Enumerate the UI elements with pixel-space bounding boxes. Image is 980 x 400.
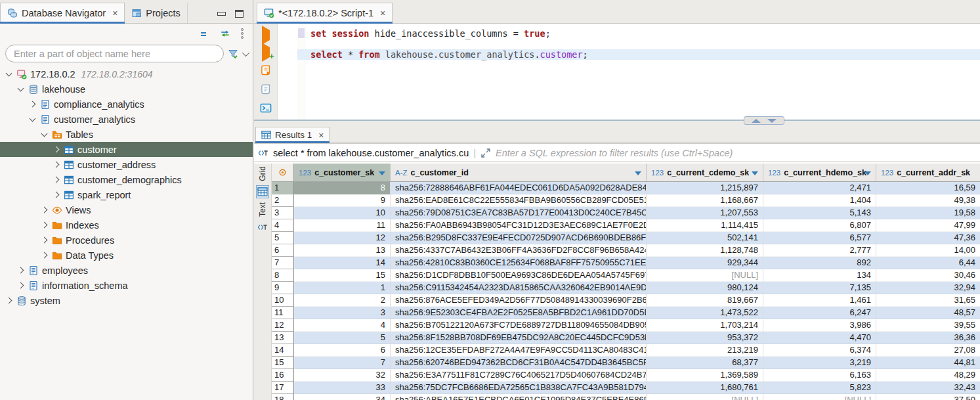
chevron-down-icon[interactable] xyxy=(242,49,249,56)
chevron-collapsed-icon[interactable] xyxy=(53,177,60,183)
cell-c_current_addr_sk[interactable]: 31,65 xyxy=(876,294,980,307)
row-number[interactable]: 2 xyxy=(272,194,294,207)
cell-c_current_cdemo_sk[interactable]: 213,219 xyxy=(647,344,763,357)
row-number[interactable]: 6 xyxy=(272,244,294,257)
close-icon[interactable]: × xyxy=(380,8,385,18)
row-number[interactable]: 5 xyxy=(272,232,294,244)
table-row[interactable]: 146sha256:12CE35EFDABF272A4A47E9FA9CC5D4… xyxy=(272,344,980,357)
grid-mode-icon[interactable] xyxy=(256,185,269,198)
table-row[interactable]: 124sha256:B705122120A673FC7DE6889727DB11… xyxy=(272,319,980,332)
cell-c_current_addr_sk[interactable]: 37,50 xyxy=(876,394,980,400)
row-number[interactable]: 9 xyxy=(272,282,294,294)
cell-c_current_addr_sk[interactable]: 32,94 xyxy=(876,282,980,294)
cell-c_customer_sk[interactable]: 33 xyxy=(294,382,391,394)
cell-c_current_hdemo_sk[interactable]: 1,404 xyxy=(763,194,876,207)
cell-c_current_cdemo_sk[interactable]: 1,168,667 xyxy=(647,194,763,207)
table-row[interactable]: 18sha256:72888646ABF61FA044EDEC061D6DA5A… xyxy=(272,182,980,194)
cell-c_current_addr_sk[interactable]: 6,44 xyxy=(876,257,980,269)
column-header-c_customer_id[interactable]: A-Zc_customer_id xyxy=(391,164,647,181)
row-number[interactable]: 10 xyxy=(272,294,294,307)
table-row[interactable]: 310sha256:79D08751C3EA7C83BA57D177E00413… xyxy=(272,207,980,219)
chevron-collapsed-icon[interactable] xyxy=(53,192,60,198)
cell-c_current_addr_sk[interactable]: 48,29 xyxy=(876,369,980,382)
tree-item-172-18-0-2[interactable]: 172.18.0.2172.18.0.2:31604 xyxy=(0,66,253,81)
cell-c_customer_id[interactable]: sha256:8F1528BB708DF69EB475DC92A8C20EC44… xyxy=(391,332,647,344)
column-header-c_current_hdemo_sk[interactable]: 123c_current_hdemo_sk xyxy=(763,164,876,181)
cell-c_current_cdemo_sk[interactable]: 1,207,553 xyxy=(647,207,763,219)
grid-corner-cell[interactable] xyxy=(272,164,294,181)
cell-c_customer_id[interactable]: sha256:72888646ABF61FA044EDEC061D6DA5A09… xyxy=(391,182,647,194)
cell-c_current_hdemo_sk[interactable]: 892 xyxy=(763,257,876,269)
chevron-collapsed-icon[interactable] xyxy=(53,162,60,168)
table-row[interactable]: 815sha256:D1CDF8DBB10F500EA9693C86DE6DEA… xyxy=(272,269,980,282)
cell-c_current_addr_sk[interactable]: 44,81 xyxy=(876,357,980,369)
row-number[interactable]: 11 xyxy=(272,307,294,319)
cell-c_current_cdemo_sk[interactable]: 1,128,748 xyxy=(647,244,763,257)
tab-projects[interactable]: Projects xyxy=(125,3,187,23)
expand-filter-icon[interactable] xyxy=(480,148,491,158)
cell-c_current_hdemo_sk[interactable]: 6,163 xyxy=(763,369,876,382)
cell-c_customer_sk[interactable]: 13 xyxy=(294,244,391,257)
cell-c_current_cdemo_sk[interactable]: 68,377 xyxy=(647,357,763,369)
row-number[interactable]: 17 xyxy=(272,382,294,394)
tree-item-system[interactable]: system xyxy=(0,293,253,308)
tree-item-customer-demographics[interactable]: customer_demographics xyxy=(0,172,253,187)
cell-c_current_cdemo_sk[interactable]: 1,215,897 xyxy=(647,182,763,194)
cell-c_customer_id[interactable]: sha256:75DC7FCB6686EDA72565C1B838CA7FC43… xyxy=(391,382,647,394)
filter-expression-input[interactable] xyxy=(496,148,976,158)
cell-c_customer_sk[interactable]: 14 xyxy=(294,257,391,269)
cell-c_current_cdemo_sk[interactable]: 929,344 xyxy=(647,257,763,269)
close-icon[interactable]: × xyxy=(318,130,324,141)
table-row[interactable]: 157sha256:620746BED947362BCD6CF31B0A4C54… xyxy=(272,357,980,369)
object-search-input[interactable] xyxy=(5,45,224,62)
cell-c_current_addr_sk[interactable]: 36,36 xyxy=(876,332,980,344)
column-filter-arrow-icon[interactable] xyxy=(752,171,758,175)
cell-c_customer_id[interactable]: sha256:E3A77511F81C7289C76C4065217D5D406… xyxy=(391,369,647,382)
table-row[interactable]: 1834sha256:ABEA16E7E1ECBDCA6E01CE1095D84… xyxy=(272,394,980,400)
cell-c_customer_id[interactable]: sha256:620746BED947362BCD6CF31B0A4C547DD… xyxy=(391,357,647,369)
cell-c_customer_id[interactable]: sha256:79D08751C3EA7C83BA57D177E00413D0C… xyxy=(391,207,647,219)
tree-item-customer-analytics[interactable]: customer_analytics xyxy=(0,112,253,127)
tree-item-indexes[interactable]: Indexes xyxy=(0,217,253,233)
text-mode-label[interactable]: Text xyxy=(258,202,267,217)
chevron-collapsed-icon[interactable] xyxy=(18,267,24,274)
chevron-collapsed-icon[interactable] xyxy=(41,252,48,259)
close-icon[interactable]: × xyxy=(112,8,117,18)
cell-c_current_addr_sk[interactable]: 27,08 xyxy=(876,344,980,357)
cell-c_current_hdemo_sk[interactable]: 5,143 xyxy=(763,207,876,219)
cell-c_current_addr_sk[interactable]: 48,57 xyxy=(876,307,980,319)
cell-c_current_hdemo_sk[interactable]: 3,986 xyxy=(763,319,876,332)
column-filter-arrow-icon[interactable] xyxy=(379,171,385,175)
sql-editor[interactable]: + set session hide_inaccessible_columns … xyxy=(254,24,980,120)
row-number[interactable]: 4 xyxy=(272,219,294,232)
row-number[interactable]: 15 xyxy=(272,357,294,369)
cell-c_customer_id[interactable]: sha256:B295D8FC337E9E4FECD0725D907ACD6B6… xyxy=(391,232,647,244)
chevron-collapsed-icon[interactable] xyxy=(41,222,48,229)
tab-database-navigator[interactable]: Database Navigator × xyxy=(0,3,125,23)
execute-statement-icon[interactable] xyxy=(262,30,270,40)
cell-c_customer_id[interactable]: sha256:FA0ABB6943B98054FC31D12D3E3AEC689… xyxy=(391,219,647,232)
cell-c_current_hdemo_sk[interactable]: 7,135 xyxy=(763,282,876,294)
cell-c_current_cdemo_sk[interactable]: 980,124 xyxy=(647,282,763,294)
chevron-expanded-icon[interactable] xyxy=(18,85,24,91)
chevron-expanded-icon[interactable] xyxy=(30,115,36,122)
column-filter-arrow-icon[interactable] xyxy=(864,171,871,175)
chevron-collapsed-icon[interactable] xyxy=(18,282,24,289)
cell-c_customer_sk[interactable]: 11 xyxy=(294,219,391,232)
tree-item-customer[interactable]: customer xyxy=(0,142,253,157)
cell-c_customer_sk[interactable]: 10 xyxy=(294,207,391,219)
explain-plan-icon[interactable] xyxy=(260,83,272,95)
tree-item-data-types[interactable]: Data Types xyxy=(0,248,253,263)
cell-c_current_cdemo_sk[interactable]: 1,680,761 xyxy=(647,382,763,394)
cell-c_current_hdemo_sk[interactable]: 6,807 xyxy=(763,219,876,232)
execute-script-icon[interactable] xyxy=(260,64,272,76)
cell-c_customer_sk[interactable]: 9 xyxy=(294,194,391,207)
open-console-icon[interactable] xyxy=(260,102,272,114)
cell-c_current_hdemo_sk[interactable]: 6,577 xyxy=(763,232,876,244)
cell-c_customer_sk[interactable]: 32 xyxy=(294,369,391,382)
cell-c_current_hdemo_sk[interactable]: 2,777 xyxy=(763,244,876,257)
cell-c_customer_id[interactable]: sha256:EAD8E61C8C22E555834FBBA9B60556CB2… xyxy=(391,194,647,207)
cell-c_customer_sk[interactable]: 5 xyxy=(294,332,391,344)
cell-c_current_cdemo_sk[interactable]: 953,372 xyxy=(647,332,763,344)
grid-mode-label[interactable]: Grid xyxy=(258,166,267,181)
